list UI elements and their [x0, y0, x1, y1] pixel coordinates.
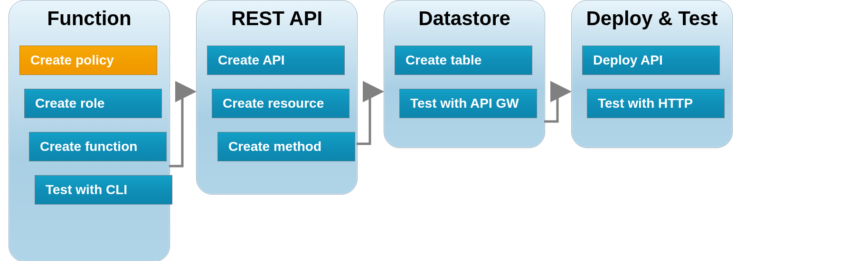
stage-datastore: Datastore Create table Test with API GW: [384, 0, 545, 148]
stage-title: Deploy & Test: [572, 0, 732, 30]
step-label: Test with CLI: [46, 182, 127, 197]
stage-function: Function Create policy Create role Creat…: [9, 0, 170, 261]
step-test-http: Test with HTTP: [587, 89, 725, 118]
step-label: Create table: [406, 53, 481, 68]
stage-title: Datastore: [384, 0, 545, 30]
step-label: Create role: [35, 96, 104, 111]
step-create-function: Create function: [29, 132, 167, 161]
step-test-with-cli: Test with CLI: [35, 175, 172, 205]
stage-deploy-test: Deploy & Test Deploy API Test with HTTP: [571, 0, 733, 148]
arrow-2: [357, 92, 379, 144]
step-label: Test with API GW: [410, 96, 519, 111]
step-create-method: Create method: [217, 132, 355, 161]
step-label: Create API: [218, 53, 285, 68]
stage-title: REST API: [197, 0, 357, 30]
step-test-api-gw: Test with API GW: [399, 89, 537, 118]
step-label: Create policy: [30, 53, 114, 68]
step-label: Create method: [228, 139, 321, 154]
step-label: Create function: [40, 139, 137, 154]
step-label: Test with HTTP: [598, 96, 693, 111]
step-create-policy: Create policy: [19, 46, 157, 75]
stage-title: Function: [9, 0, 170, 30]
step-create-role: Create role: [24, 89, 162, 118]
arrow-1: [169, 92, 192, 166]
step-create-resource: Create resource: [212, 89, 349, 118]
stage-rest-api: REST API Create API Create resource Crea…: [196, 0, 358, 195]
step-create-api: Create API: [207, 46, 345, 75]
step-label: Deploy API: [593, 53, 663, 68]
arrow-3: [544, 92, 567, 121]
step-label: Create resource: [223, 96, 324, 111]
step-deploy-api: Deploy API: [582, 46, 720, 75]
step-create-table: Create table: [395, 46, 532, 75]
